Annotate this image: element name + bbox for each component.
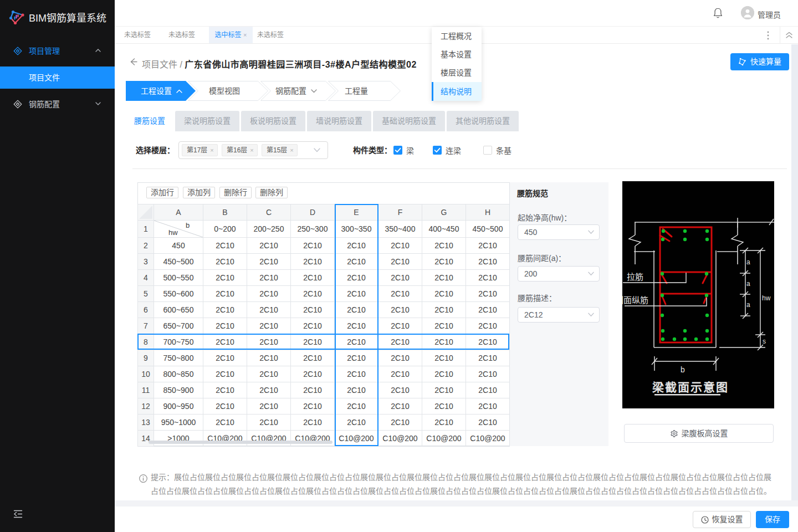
svg-text:s: s: [763, 337, 766, 345]
svg-text:b: b: [186, 221, 190, 229]
svg-text:梁截面示意图: 梁截面示意图: [652, 381, 729, 393]
svg-text:hw: hw: [762, 294, 771, 302]
svg-text:hw: hw: [168, 228, 178, 237]
svg-text:a: a: [746, 301, 750, 309]
svg-text:b: b: [681, 365, 685, 374]
svg-text:侧面纵筋: 侧面纵筋: [622, 295, 648, 305]
svg-text:a: a: [746, 258, 750, 266]
svg-text:a: a: [746, 280, 750, 288]
svg-text:拉筋: 拉筋: [627, 272, 643, 282]
